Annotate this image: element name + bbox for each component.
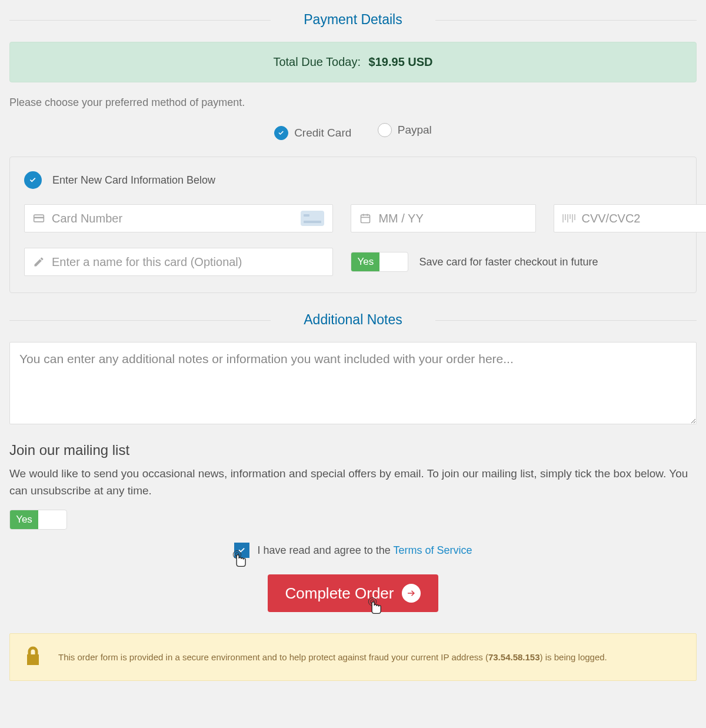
card-brand-icon	[301, 211, 324, 226]
additional-notes-textarea[interactable]	[9, 342, 697, 424]
payment-method-paypal[interactable]: Paypal	[378, 123, 432, 137]
svg-rect-1	[34, 217, 44, 219]
barcode-icon	[562, 214, 575, 222]
credit-card-icon	[33, 212, 45, 224]
radio-unchecked-icon	[378, 123, 392, 137]
lock-icon	[24, 646, 42, 669]
tos-prefix: I have read and agree to the	[258, 544, 394, 556]
payment-method-credit-card[interactable]: Credit Card	[274, 126, 351, 140]
arrow-right-circle-icon	[402, 584, 421, 603]
cvv-field[interactable]	[554, 204, 706, 232]
secure-ip: 73.54.58.153	[488, 652, 540, 662]
section-title-payment: Payment Details	[9, 12, 697, 28]
card-info-panel: Enter New Card Information Below ?	[9, 157, 697, 293]
mailing-list-text: We would like to send you occasional new…	[9, 466, 697, 499]
card-name-field[interactable]	[24, 248, 333, 276]
secure-text-prefix: This order form is provided in a secure …	[58, 652, 488, 662]
expiry-field[interactable]	[351, 204, 536, 232]
svg-rect-2	[361, 215, 370, 222]
secure-text-suffix: ) is being logged.	[540, 652, 607, 662]
section-title-notes: Additional Notes	[9, 312, 697, 328]
mailing-list-heading: Join our mailing list	[9, 442, 697, 458]
tos-checkbox[interactable]	[234, 543, 249, 558]
toggle-yes-label: Yes	[351, 252, 379, 271]
radio-checked-icon	[274, 126, 288, 140]
total-due-label: Total Due Today:	[273, 55, 361, 68]
total-due-banner: Total Due Today: $19.95 USD	[9, 42, 697, 82]
secure-notice: This order form is provided in a secure …	[9, 633, 697, 681]
calendar-icon	[359, 212, 371, 224]
card-panel-heading: Enter New Card Information Below	[52, 174, 215, 187]
complete-order-label: Complete Order	[285, 584, 394, 603]
save-card-label: Save card for faster checkout in future	[419, 256, 598, 268]
complete-order-button[interactable]: Complete Order	[268, 574, 439, 612]
card-name-input[interactable]	[52, 255, 324, 269]
cvv-input[interactable]	[581, 212, 706, 225]
payment-method-hint: Please choose your preferred method of p…	[9, 97, 697, 109]
mailing-list-toggle[interactable]: Yes	[9, 510, 67, 530]
mailing-toggle-yes-label: Yes	[10, 510, 38, 529]
tos-link[interactable]: Terms of Service	[393, 544, 472, 556]
save-card-toggle[interactable]: Yes	[351, 252, 408, 272]
card-number-input[interactable]	[52, 212, 301, 225]
expiry-input[interactable]	[378, 212, 527, 225]
total-due-amount: $19.95 USD	[369, 55, 433, 68]
paypal-label: Paypal	[398, 124, 432, 137]
card-number-field[interactable]	[24, 204, 333, 232]
pencil-icon	[33, 256, 45, 268]
check-circle-icon	[24, 171, 42, 189]
credit-card-label: Credit Card	[294, 127, 351, 139]
